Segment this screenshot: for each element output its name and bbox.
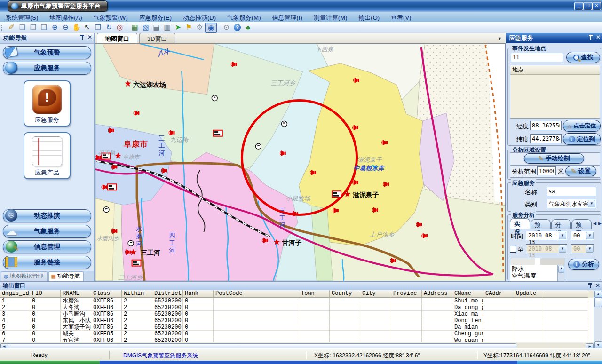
listbox-scrollbar[interactable]: ▲ bbox=[557, 265, 565, 282]
pin-icon[interactable] bbox=[588, 34, 593, 40]
analysis-range-input[interactable] bbox=[537, 166, 556, 175]
print-setup-icon[interactable]: ▥ bbox=[162, 23, 173, 32]
scroll-up-icon[interactable]: ▲ bbox=[558, 266, 564, 273]
restore-button[interactable]: ❐ bbox=[583, 2, 592, 10]
vertical-scrollbar[interactable]: ▲ ▼ bbox=[594, 290, 602, 349]
measure-icon[interactable]: ✐ bbox=[6, 23, 17, 32]
pin-icon[interactable] bbox=[588, 283, 593, 288]
locate-to-button[interactable]: ↓ 定位到 bbox=[563, 133, 601, 145]
menu-item[interactable]: 气象预警(W) bbox=[88, 12, 134, 23]
combo-dropdown-icon[interactable]: ▼ bbox=[559, 245, 566, 253]
full-extent-icon[interactable]: ❒ bbox=[93, 23, 103, 32]
map-tab[interactable]: 3D窗口 bbox=[139, 33, 175, 44]
print-icon[interactable]: ▤ bbox=[151, 23, 162, 32]
close-icon[interactable]: ✕ bbox=[596, 34, 601, 40]
help-icon[interactable]: ? bbox=[232, 23, 243, 32]
settings-icon[interactable]: ⚙ bbox=[194, 23, 205, 32]
map-tab[interactable]: 地图窗口 bbox=[97, 33, 137, 44]
menu-item[interactable]: 系统管理(S) bbox=[0, 12, 44, 23]
identify-icon[interactable]: ◎ bbox=[114, 23, 125, 32]
green-arrow-icon[interactable]: ➤ bbox=[173, 23, 183, 32]
menu-item[interactable]: 输出(O) bbox=[353, 12, 385, 23]
tab-scroll-right-icon[interactable]: ▶ bbox=[597, 221, 602, 226]
select-polygon-icon[interactable]: ❐ bbox=[28, 23, 39, 32]
sidebar-group-link[interactable]: 服务链接 bbox=[3, 256, 91, 269]
menu-item[interactable]: 查看(V) bbox=[385, 12, 417, 23]
sidebar-group-clouds[interactable]: ☁气象服务 bbox=[3, 225, 91, 238]
table-row[interactable]: 60城关0XFF8526523020000Cheng guan bbox=[0, 331, 594, 337]
to-date-combobox[interactable]: 2010-08-13 ▼ bbox=[526, 244, 567, 253]
zoom-out-icon[interactable]: ⊖ bbox=[60, 23, 71, 32]
longitude-input[interactable] bbox=[530, 121, 562, 130]
range-set-button[interactable]: ✎ 设置 bbox=[565, 166, 596, 176]
shortcut-notepad-button[interactable]: 应急产品 bbox=[24, 132, 71, 179]
map-pin-icon[interactable]: ⚑ bbox=[183, 23, 194, 32]
location-list[interactable]: 地点 bbox=[510, 65, 600, 119]
menu-item[interactable]: 信息管理(I) bbox=[267, 12, 308, 23]
zoom-in-icon[interactable]: ⊕ bbox=[49, 23, 60, 32]
sidebar-group-globe[interactable]: 应急服务 bbox=[3, 62, 91, 75]
date-combobox[interactable]: 2010-08-13 ▼ bbox=[526, 231, 567, 240]
eye-icon[interactable]: ⊙ bbox=[221, 23, 232, 32]
map-canvas[interactable]: 八斗下西泉三工河乡六运湖农场九运街阜康市城关镇阜康市滋泥泉子中葛根水库滋泥泉子小… bbox=[95, 43, 506, 281]
search-button[interactable]: 查找 bbox=[566, 52, 600, 63]
table-row[interactable]: 70五官沟0XFF8626523020000Wu guan gou bbox=[0, 337, 594, 342]
table-row[interactable]: 40东风一小队0XFF8626523020000Dong fen... bbox=[0, 317, 594, 324]
minimize-button[interactable]: ▁ bbox=[574, 2, 583, 10]
scroll-down-icon[interactable]: ▼ bbox=[594, 341, 602, 348]
analysis-tab[interactable]: 预案 bbox=[571, 219, 592, 229]
close-button[interactable]: ✕ bbox=[592, 2, 601, 10]
toolbar-grip[interactable] bbox=[1, 24, 4, 31]
element-listbox[interactable]: 降水空气温度 ▲ bbox=[510, 258, 565, 282]
menu-item[interactable]: 气象服务(M) bbox=[222, 12, 267, 23]
select-rect-icon[interactable]: ❏ bbox=[17, 23, 28, 32]
analysis-tab[interactable]: 分析 bbox=[551, 219, 571, 229]
export-map-icon[interactable]: ▧ bbox=[140, 23, 151, 32]
result-table[interactable]: dmgis_idFIDRNAMEClassWithinDistrictRankP… bbox=[0, 290, 594, 342]
pan-icon[interactable]: ✋ bbox=[71, 23, 82, 32]
list-item[interactable]: 降水 bbox=[510, 265, 565, 272]
table-row[interactable]: 30小马厩沟0XFF8626523020000Xiao ma ... bbox=[0, 311, 594, 317]
combo-dropdown-icon[interactable]: ▼ bbox=[586, 232, 594, 239]
analysis-tab[interactable]: 预报 bbox=[531, 219, 551, 229]
manual-draw-button[interactable]: ✎ 手动绘制 bbox=[524, 153, 584, 164]
select-point-icon[interactable]: ❑ bbox=[39, 23, 49, 32]
panel-tab-active[interactable]: ▦功能导航 bbox=[48, 271, 84, 281]
overview-icon[interactable]: ♣ bbox=[243, 23, 253, 32]
hour-combobox[interactable]: 00 ▼ bbox=[571, 231, 594, 240]
table-row[interactable]: 20大冬沟0XFF8626523020000Da dong gou bbox=[0, 304, 594, 311]
menu-item[interactable]: 测量计算(M) bbox=[308, 12, 353, 23]
pointer-icon[interactable]: ↖ bbox=[82, 23, 93, 32]
combo-dropdown-icon[interactable]: ▼ bbox=[588, 200, 595, 207]
shortcut-alert-bubble-button[interactable]: !应急服务 bbox=[24, 80, 71, 127]
list-item[interactable]: 空气温度 bbox=[510, 272, 565, 279]
name-input[interactable] bbox=[547, 187, 596, 196]
combo-dropdown-icon[interactable]: ▼ bbox=[586, 245, 594, 253]
location-list-header[interactable]: 地点 bbox=[510, 65, 600, 75]
table-row[interactable]: 50大面场子沟0XFF8626523020000Da mian ... bbox=[0, 324, 594, 331]
sidebar-group-globe-tools[interactable]: 信息管理 bbox=[3, 240, 91, 253]
combo-dropdown-icon[interactable]: ▼ bbox=[559, 232, 566, 239]
tab-list-dropdown-icon[interactable]: ▼ bbox=[498, 36, 502, 41]
locate-by-click-button[interactable]: ⌂ 点击定位 bbox=[563, 120, 601, 132]
menu-item[interactable]: 动态推演(D) bbox=[177, 12, 222, 23]
layers-icon[interactable]: ▦ bbox=[129, 23, 140, 32]
vscroll-thumb[interactable] bbox=[594, 298, 602, 307]
menu-item[interactable]: 地图操作(A) bbox=[44, 12, 87, 23]
gis-globe-icon[interactable]: ◉ bbox=[205, 23, 217, 33]
scroll-up-icon[interactable]: ▲ bbox=[594, 291, 602, 298]
panel-tab-inactive[interactable]: ◍地图数据管理 bbox=[1, 271, 48, 281]
sidebar-group-film-reel[interactable]: ✇动态推演 bbox=[3, 209, 91, 222]
analyze-button[interactable]: i 分析 bbox=[568, 259, 599, 270]
analysis-tab[interactable]: 实况 bbox=[510, 218, 530, 229]
pin-icon[interactable] bbox=[80, 34, 85, 40]
to-hour-combobox[interactable]: 00 ▼ bbox=[571, 244, 594, 253]
location-search-input[interactable] bbox=[511, 53, 563, 62]
latitude-input[interactable] bbox=[530, 134, 562, 143]
tab-scroll-left-icon[interactable]: ◀ bbox=[592, 221, 597, 226]
to-checkbox[interactable] bbox=[510, 246, 516, 253]
table-row[interactable]: 10水磨沟0XFF8626523020000Shui mo gou bbox=[0, 298, 594, 304]
type-combobox[interactable]: 气象和洪水灾害 ▼ bbox=[547, 199, 596, 208]
menu-item[interactable]: 应急服务(E) bbox=[134, 12, 177, 23]
close-icon[interactable]: ✕ bbox=[87, 34, 92, 40]
